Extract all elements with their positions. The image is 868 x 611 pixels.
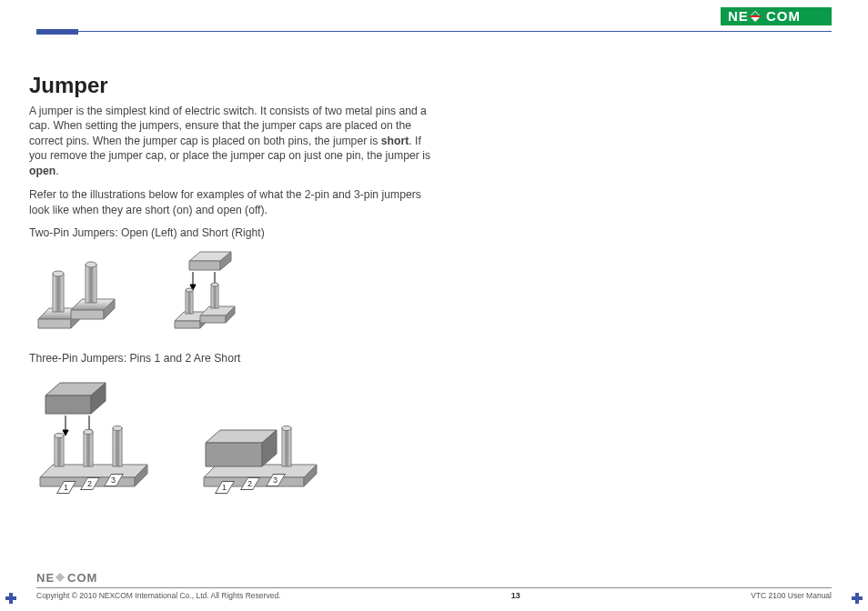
svg-rect-44 — [55, 436, 64, 466]
footer-page-number: 13 — [511, 591, 520, 600]
svg-point-11 — [53, 271, 64, 276]
svg-text:NE: NE — [728, 8, 749, 24]
p1a: A jumper is the simplest kind of electri… — [29, 105, 427, 147]
paragraph-1: A jumper is the simplest kind of electri… — [29, 104, 439, 178]
svg-marker-18 — [189, 261, 220, 270]
svg-marker-8 — [38, 319, 71, 328]
crop-mark-right-icon — [852, 593, 863, 604]
crop-mark-left-icon — [5, 593, 16, 604]
paragraph-2: Refer to the illustrations below for exa… — [29, 187, 439, 217]
svg-text:NE: NE — [36, 571, 55, 585]
svg-point-16 — [86, 262, 96, 267]
caption-three-pin: Three-Pin Jumpers: Pins 1 and 2 Are Shor… — [29, 352, 439, 365]
figure-two-pin — [29, 246, 439, 337]
p1e: . — [56, 165, 58, 177]
footer-copyright: Copyright © 2010 NEXCOM International Co… — [36, 591, 280, 600]
svg-marker-30 — [200, 316, 226, 323]
svg-marker-60 — [56, 573, 65, 582]
svg-rect-10 — [53, 274, 64, 312]
two-pin-short-icon — [162, 246, 262, 337]
svg-point-49 — [113, 426, 122, 431]
brand-logo-bottom: NE COM — [36, 571, 115, 586]
svg-marker-25 — [175, 321, 200, 328]
page-header: NE COM — [0, 0, 868, 33]
p1d: open — [29, 165, 56, 177]
svg-point-47 — [84, 430, 93, 435]
page-footer: Copyright © 2010 NEXCOM International Co… — [36, 587, 832, 600]
svg-point-54 — [282, 426, 291, 431]
svg-rect-15 — [86, 265, 96, 303]
svg-text:COM: COM — [766, 8, 801, 24]
svg-marker-56 — [206, 443, 262, 466]
figure-three-pin: 1 2 3 1 2 3 — [29, 372, 439, 499]
svg-marker-13 — [71, 310, 104, 319]
two-pin-open-icon — [29, 246, 129, 337]
p1b: short — [381, 135, 409, 147]
svg-marker-35 — [45, 396, 91, 414]
three-pin-after-icon — [198, 372, 335, 499]
svg-rect-53 — [282, 428, 291, 466]
footer-doc-title: VTC 2100 User Manual — [751, 591, 832, 600]
svg-point-33 — [211, 283, 218, 286]
svg-point-28 — [186, 288, 193, 292]
caption-two-pin: Two-Pin Jumpers: Open (Left) and Short (… — [29, 226, 439, 239]
svg-rect-46 — [84, 432, 93, 466]
brand-logo-top: NE COM — [721, 7, 832, 29]
svg-text:COM: COM — [67, 571, 97, 585]
page-title: Jumper — [29, 73, 439, 98]
header-rule — [36, 31, 832, 32]
svg-rect-64 — [855, 593, 859, 604]
svg-rect-48 — [113, 428, 122, 466]
svg-rect-62 — [9, 593, 13, 604]
svg-rect-32 — [211, 285, 218, 308]
body-column: Jumper A jumper is the simplest kind of … — [29, 73, 439, 514]
svg-rect-27 — [186, 290, 193, 314]
header-accent — [36, 29, 78, 35]
svg-point-45 — [55, 434, 64, 438]
